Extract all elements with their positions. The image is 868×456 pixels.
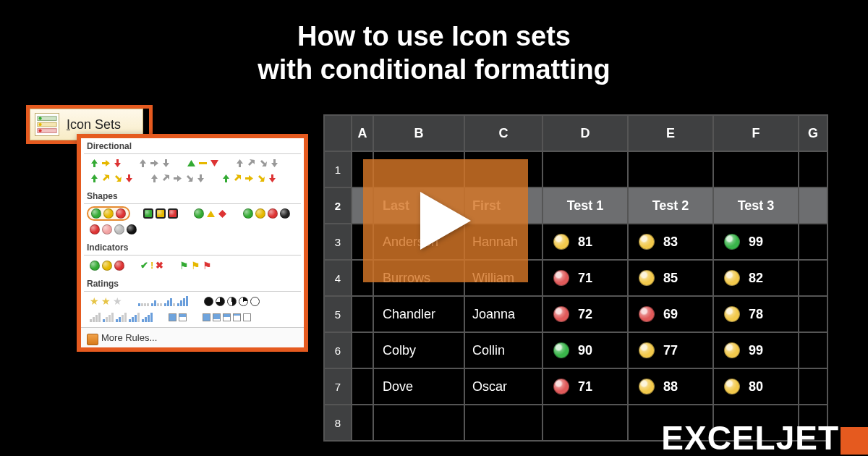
cell-score[interactable]: 81 xyxy=(542,224,628,260)
icon-sets-dropdown: Directional Shapes Indicators ✔!✖ ⚑⚑⚑ xyxy=(77,134,308,352)
cell-score[interactable]: 99 xyxy=(713,224,799,260)
row-header[interactable]: 4 xyxy=(324,260,352,296)
cell-score[interactable]: 77 xyxy=(628,332,713,368)
iconset-3-arrows-color[interactable] xyxy=(88,158,124,169)
col-E[interactable]: E xyxy=(628,115,713,151)
title-line-1: How to use Icon sets xyxy=(0,20,868,54)
iconset-4-traffic-lights[interactable] xyxy=(242,208,292,219)
header-test1[interactable]: Test 1 xyxy=(542,187,628,224)
arrow-right-yellow-icon xyxy=(244,174,254,183)
iconset-3-arrows-gray[interactable] xyxy=(137,158,172,169)
iconset-3-triangles[interactable] xyxy=(185,158,221,169)
col-D[interactable]: D xyxy=(542,115,628,151)
cell[interactable] xyxy=(799,260,827,296)
row-header[interactable]: 1 xyxy=(324,151,352,187)
cell-first[interactable]: Joanna xyxy=(464,296,542,332)
iconset-3-symbols-uncircled[interactable]: ✔!✖ xyxy=(139,259,165,271)
header-test3[interactable]: Test 3 xyxy=(713,187,799,224)
cell[interactable] xyxy=(799,368,827,405)
row-header[interactable]: 8 xyxy=(324,405,352,441)
cell-score[interactable] xyxy=(542,151,628,187)
triangle-up-green-icon xyxy=(187,159,196,168)
exclaim-circle-icon xyxy=(102,261,112,271)
bars-1b-icon xyxy=(103,312,114,322)
cell-score[interactable] xyxy=(713,151,799,187)
arrow-downright-yellow-icon xyxy=(256,174,265,183)
green-light-icon xyxy=(243,208,253,219)
cell-score[interactable]: 82 xyxy=(713,260,799,296)
cell[interactable] xyxy=(799,332,827,368)
row-header[interactable]: 2 xyxy=(324,187,352,224)
box-full-icon xyxy=(203,313,210,321)
iconset-5-quarters[interactable] xyxy=(203,295,261,307)
cell[interactable] xyxy=(799,151,827,187)
cell[interactable] xyxy=(352,368,373,405)
yellow-light-icon xyxy=(553,234,569,250)
cell-score[interactable]: 78 xyxy=(713,296,799,332)
cell-first[interactable] xyxy=(464,405,542,441)
col-G[interactable]: G xyxy=(799,115,827,151)
cell-last[interactable]: Dove xyxy=(373,368,464,405)
header-test2[interactable]: Test 2 xyxy=(628,187,713,224)
cell-score[interactable]: 71 xyxy=(542,368,628,405)
iconset-5-boxes[interactable] xyxy=(167,311,188,323)
iconset-4-arrows-gray[interactable] xyxy=(234,158,281,169)
cell-score[interactable]: 71 xyxy=(542,260,628,296)
table-row: 5ChandlerJoanna726978 xyxy=(324,296,827,332)
section-ratings: Ratings xyxy=(81,276,304,290)
pie-empty-icon xyxy=(250,297,260,306)
cell-score[interactable] xyxy=(628,151,713,187)
cell[interactable] xyxy=(352,332,373,368)
col-F[interactable]: F xyxy=(713,115,799,151)
iconset-3-stars[interactable]: ★★★ xyxy=(88,295,124,307)
more-rules-item[interactable]: More Rules... xyxy=(81,327,304,347)
iconset-3-flags[interactable]: ⚑⚑⚑ xyxy=(178,259,213,271)
cell-score[interactable]: 72 xyxy=(542,296,628,332)
iconset-5-arrows-gray[interactable] xyxy=(148,173,207,184)
cell-score[interactable] xyxy=(542,405,628,441)
cell-score[interactable]: 69 xyxy=(628,296,713,332)
cell-score[interactable]: 83 xyxy=(628,224,713,260)
iconset-3-traffic-lights-rimmed[interactable] xyxy=(142,208,179,219)
iconset-5-arrows-color[interactable] xyxy=(220,173,278,184)
cell-score[interactable]: 85 xyxy=(628,260,713,296)
yellow-light-icon xyxy=(255,208,265,219)
iconset-5-ratings-bars[interactable] xyxy=(88,311,154,323)
cell-score[interactable]: 99 xyxy=(713,332,799,368)
col-B[interactable]: B xyxy=(373,115,464,151)
iconset-3-symbols-circled[interactable] xyxy=(88,259,126,271)
play-icon xyxy=(417,188,475,253)
cell-last[interactable]: Chandler xyxy=(373,296,464,332)
row-header[interactable]: 6 xyxy=(324,332,352,368)
row-header[interactable]: 5 xyxy=(324,296,352,332)
cell-first[interactable]: Oscar xyxy=(464,368,542,405)
cell[interactable] xyxy=(799,187,827,224)
page-title: How to use Icon sets with conditional fo… xyxy=(0,0,868,86)
cell[interactable] xyxy=(799,224,827,260)
cell[interactable] xyxy=(799,296,827,332)
iconset-3-traffic-lights[interactable] xyxy=(88,208,129,219)
cell[interactable] xyxy=(352,405,373,441)
cell[interactable] xyxy=(352,296,373,332)
green-flag-icon: ⚑ xyxy=(179,261,189,271)
cell-score[interactable]: 88 xyxy=(628,368,713,405)
cell-score[interactable]: 80 xyxy=(713,368,799,405)
row-header[interactable]: 3 xyxy=(324,224,352,260)
cell-score[interactable]: 90 xyxy=(542,332,628,368)
iconset-5-boxes-alt[interactable] xyxy=(201,311,252,323)
col-C[interactable]: C xyxy=(464,115,542,151)
iconset-3-signs[interactable] xyxy=(192,208,229,219)
cell-first[interactable]: Collin xyxy=(464,332,542,368)
red-light-icon xyxy=(639,306,655,322)
play-button[interactable] xyxy=(363,159,528,282)
iconset-red-to-black[interactable] xyxy=(88,224,138,235)
cell-last[interactable]: Colby xyxy=(373,332,464,368)
corner-cell[interactable] xyxy=(324,115,352,151)
yellow-light-icon xyxy=(103,208,114,219)
bars-4-icon xyxy=(177,296,188,306)
iconset-4-ratings-bars[interactable] xyxy=(137,295,190,307)
col-A[interactable]: A xyxy=(352,115,373,151)
row-header[interactable]: 7 xyxy=(324,368,352,405)
cell-last[interactable] xyxy=(373,405,464,441)
iconset-4-arrows-color[interactable] xyxy=(88,173,135,184)
